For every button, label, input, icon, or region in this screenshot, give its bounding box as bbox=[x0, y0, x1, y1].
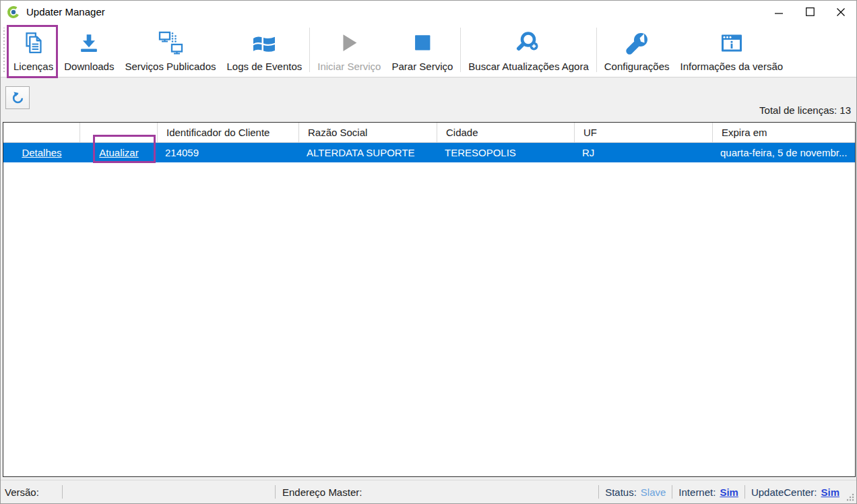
toolbar-button-label: Iniciar Serviço bbox=[317, 61, 381, 72]
resize-grip-icon[interactable] bbox=[846, 493, 855, 502]
windows-logo-icon bbox=[251, 28, 278, 60]
stop-icon bbox=[410, 28, 435, 60]
minimize-button[interactable] bbox=[763, 1, 794, 23]
download-icon bbox=[76, 28, 102, 60]
toolbar-grip[interactable] bbox=[3, 28, 5, 72]
app-logo-icon bbox=[7, 5, 20, 19]
toolbar-button-servicos-publicados[interactable]: Serviços Publicados bbox=[119, 23, 221, 77]
table-cell: Detalhes bbox=[3, 143, 80, 162]
column-header-identificador[interactable]: Identificador do Cliente bbox=[158, 123, 299, 142]
updater-manager-window: Updater Manager Li bbox=[0, 0, 857, 504]
internet-sim-link[interactable]: Sim bbox=[720, 486, 738, 498]
title-bar: Updater Manager bbox=[1, 1, 856, 23]
statusbar-separator bbox=[62, 485, 63, 499]
total-licenses-label: Total de licenças: 13 bbox=[759, 104, 851, 116]
column-header-expira-em[interactable]: Expira em bbox=[713, 123, 855, 142]
search-plus-icon bbox=[515, 28, 542, 60]
cell-razao-social: ALTERDATA SUPORTE bbox=[299, 143, 437, 162]
toolbar-button-licencas[interactable]: Licenças bbox=[8, 23, 59, 77]
play-icon bbox=[336, 28, 362, 60]
licenses-table: Identificador do Cliente Razão Social Ci… bbox=[3, 122, 856, 477]
internet-group: Internet: Sim bbox=[672, 486, 744, 498]
cell-identificador: 214059 bbox=[158, 143, 299, 162]
toolbar-separator bbox=[309, 28, 310, 72]
status-group: Status: Slave bbox=[599, 486, 672, 498]
cell-expira-em: quarta-feira, 5 de novembr... bbox=[713, 143, 855, 162]
table-cell: Atualizar bbox=[80, 143, 158, 162]
column-header-uf[interactable]: UF bbox=[575, 123, 713, 142]
main-toolbar: Licenças Downloads bbox=[1, 23, 856, 77]
toolbar-button-label: Logs de Eventos bbox=[227, 61, 303, 72]
column-header-atualizar[interactable] bbox=[80, 123, 158, 142]
updatecenter-group: UpdateCenter: Sim bbox=[745, 486, 846, 498]
toolbar-button-iniciar-servico[interactable]: Iniciar Serviço bbox=[312, 23, 386, 77]
close-button[interactable] bbox=[825, 1, 856, 23]
toolbar-button-buscar-atualizacoes[interactable]: Buscar Atualizações Agora bbox=[463, 23, 594, 77]
toolbar-button-downloads[interactable]: Downloads bbox=[59, 23, 119, 77]
toolbar-button-label: Serviços Publicados bbox=[125, 61, 216, 72]
column-header-razao-social[interactable]: Razão Social bbox=[299, 123, 437, 142]
toolbar-button-parar-servico[interactable]: Parar Serviço bbox=[386, 23, 458, 77]
refresh-icon bbox=[10, 90, 26, 106]
refresh-button[interactable] bbox=[5, 86, 30, 109]
cell-cidade: TERESOPOLIS bbox=[437, 143, 575, 162]
versao-label: Versão: bbox=[1, 486, 62, 498]
maximize-button[interactable] bbox=[794, 1, 825, 23]
endereco-master-label: Endereço Master: bbox=[276, 486, 369, 498]
documents-icon bbox=[21, 28, 46, 60]
cell-uf: RJ bbox=[575, 143, 713, 162]
toolbar-button-label: Downloads bbox=[64, 61, 114, 72]
list-panel: Total de licenças: 13 bbox=[1, 77, 856, 122]
toolbar-separator bbox=[596, 28, 597, 72]
updatecenter-label: UpdateCenter: bbox=[751, 486, 817, 498]
status-label: Status: bbox=[605, 486, 637, 498]
published-services-icon bbox=[157, 28, 184, 60]
status-value: Slave bbox=[641, 486, 666, 498]
toolbar-button-label: Licenças bbox=[13, 61, 53, 72]
toolbar-button-configuracoes[interactable]: Configurações bbox=[599, 23, 675, 77]
toolbar-separator bbox=[460, 28, 461, 72]
toolbar-button-informacoes-versao[interactable]: Informações da versão bbox=[675, 23, 789, 77]
window-controls bbox=[763, 1, 856, 23]
toolbar-button-logs-de-eventos[interactable]: Logs de Eventos bbox=[222, 23, 308, 77]
status-bar: Versão: Endereço Master: Status: Slave I… bbox=[1, 480, 856, 503]
version-info-icon bbox=[718, 28, 745, 60]
toolbar-button-label: Buscar Atualizações Agora bbox=[468, 61, 588, 72]
toolbar-button-label: Parar Serviço bbox=[391, 61, 453, 72]
toolbar-button-label: Configurações bbox=[604, 61, 670, 72]
detalhes-link[interactable]: Detalhes bbox=[22, 147, 61, 158]
toolbar-button-label: Informações da versão bbox=[680, 61, 784, 72]
table-row-selected[interactable]: Detalhes Atualizar 214059 ALTERDATA SUPO… bbox=[3, 143, 855, 162]
column-header-cidade[interactable]: Cidade bbox=[437, 123, 575, 142]
internet-label: Internet: bbox=[678, 486, 716, 498]
table-header-row: Identificador do Cliente Razão Social Ci… bbox=[3, 123, 855, 143]
updatecenter-sim-link[interactable]: Sim bbox=[821, 486, 839, 498]
window-title: Updater Manager bbox=[26, 6, 105, 18]
atualizar-link[interactable]: Atualizar bbox=[99, 147, 138, 158]
wrench-icon bbox=[623, 28, 650, 60]
column-header-detalhes[interactable] bbox=[3, 123, 80, 142]
